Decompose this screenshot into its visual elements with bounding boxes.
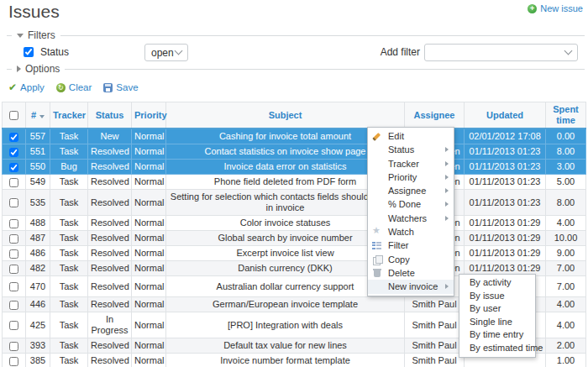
column-header-status[interactable]: Status — [88, 102, 132, 129]
table-row[interactable]: 488TaskResolvedNormalColor invoice statu… — [3, 216, 586, 231]
issue-tracker-cell: Task — [50, 175, 88, 190]
row-checkbox[interactable] — [9, 178, 18, 187]
issue-updated-cell: 01/11/2013 01:29 — [465, 246, 546, 261]
add-filter-select[interactable] — [424, 44, 578, 61]
context-menu-item--done[interactable]: % Done — [368, 197, 454, 211]
issue-status-cell: Resolved — [88, 276, 132, 297]
table-row[interactable]: 549TaskResolvedNormalPhone field deleted… — [3, 175, 586, 190]
clear-button[interactable]: ↻ Clear — [56, 82, 92, 92]
issue-spent-cell: 9.00 — [546, 246, 586, 261]
row-checkbox-cell — [3, 276, 26, 297]
issue-spent-cell: 3.00 — [546, 160, 586, 175]
row-checkbox-cell — [3, 246, 26, 261]
row-checkbox[interactable] — [9, 321, 18, 330]
row-checkbox[interactable] — [9, 148, 18, 157]
context-menu-item-tracker[interactable]: Tracker — [368, 157, 454, 170]
column-header-tracker[interactable]: Tracker — [50, 102, 88, 129]
table-row[interactable]: 487TaskResolvedNormalGlobal search by in… — [3, 231, 586, 246]
row-checkbox-cell — [3, 160, 26, 175]
apply-button[interactable]: ✔ Apply — [8, 82, 45, 92]
save-button[interactable]: Save — [103, 82, 138, 92]
issue-subject-cell[interactable]: German/European invoice template — [166, 297, 405, 312]
table-row[interactable]: 535TaskResolvedNormalSetting for selecti… — [3, 190, 586, 216]
table-row[interactable]: 557TaskNewNormalCashing for invoice tota… — [3, 128, 586, 144]
row-checkbox[interactable] — [9, 249, 18, 259]
issue-status-cell: Resolved — [88, 175, 132, 190]
issue-id-cell: 550 — [26, 160, 50, 175]
issue-subject-cell[interactable]: Default tax value for new lines — [166, 338, 405, 354]
table-row[interactable]: 551TaskResolvedNormalContact statistics … — [3, 144, 586, 160]
row-checkbox[interactable] — [9, 342, 18, 351]
submenu-item-by-user[interactable]: By user — [459, 302, 535, 316]
issue-subject-cell[interactable]: [PRO] Integration with deals — [166, 312, 405, 338]
issue-subject-cell[interactable]: Invoice number format template — [166, 354, 405, 367]
chevron-down-icon — [564, 47, 573, 55]
submenu-arrow-icon — [445, 202, 449, 207]
options-legend-label: Options — [25, 63, 60, 75]
context-menu-item-new-invoice[interactable]: New invoice — [368, 280, 454, 293]
column-header-subject[interactable]: Subject — [166, 102, 405, 129]
context-menu-item-filter[interactable]: Filter — [368, 239, 454, 252]
issue-priority-cell: Normal — [132, 297, 166, 312]
context-menu-item-watch[interactable]: Watch — [368, 225, 454, 239]
issue-assignee-cell: Smith Paul — [405, 312, 465, 338]
new-issue-link[interactable]: + New issue — [528, 3, 583, 13]
context-menu-item-label: Tracker — [388, 159, 419, 169]
status-filter-checkbox[interactable] — [24, 47, 34, 57]
options-legend-toggle[interactable]: Options — [12, 63, 65, 75]
context-menu-item-label: Delete — [388, 268, 415, 278]
column-header-id[interactable]: # — [26, 102, 50, 129]
status-operator-select[interactable]: open — [144, 44, 188, 61]
column-header-updated[interactable]: Updated — [465, 102, 546, 129]
issue-updated-cell: 01/11/2013 01:23 — [465, 175, 546, 190]
options-section: Options — [7, 69, 585, 70]
context-menu-item-edit[interactable]: Edit — [368, 129, 454, 143]
column-header-assignee[interactable]: Assignee — [405, 102, 465, 129]
submenu-item-by-issue[interactable]: By issue — [459, 290, 535, 303]
context-menu-item-watchers[interactable]: Watchers — [368, 212, 454, 225]
row-checkbox[interactable] — [9, 163, 18, 172]
row-checkbox-cell — [3, 216, 26, 231]
context-menu-item-label: Watchers — [388, 213, 427, 223]
row-checkbox[interactable] — [9, 282, 18, 291]
row-checkbox[interactable] — [9, 234, 18, 244]
filter-icon — [372, 240, 382, 250]
context-menu-item-delete[interactable]: Delete — [368, 266, 454, 280]
issue-id-cell: 385 — [26, 354, 50, 367]
column-header-spent[interactable]: Spent time — [546, 102, 586, 129]
context-menu-item-label: Edit — [388, 131, 404, 141]
context-menu-item-status[interactable]: Status — [368, 143, 454, 156]
table-row[interactable]: 550BugResolvedNormalInvoice data error o… — [3, 160, 586, 175]
submenu-item-by-activity[interactable]: By activity — [459, 276, 535, 290]
submenu-arrow-icon — [445, 284, 449, 289]
select-all-checkbox[interactable] — [9, 111, 18, 120]
row-checkbox-cell — [3, 261, 26, 276]
submenu-item-by-time-entry[interactable]: By time entry — [459, 328, 535, 342]
context-menu-item-priority[interactable]: Priority — [368, 170, 454, 184]
edit-icon — [372, 131, 382, 141]
issue-tracker-cell: Task — [50, 261, 88, 276]
context-menu-item-assignee[interactable]: Assignee — [368, 184, 454, 197]
column-header-label: Status — [96, 110, 124, 120]
row-checkbox[interactable] — [9, 198, 18, 207]
submenu-item-single-line[interactable]: Single line — [459, 316, 535, 329]
column-header-priority[interactable]: Priority — [132, 102, 166, 129]
table-row[interactable]: 486TaskResolvedNormalExcerpt invoice lis… — [3, 246, 586, 261]
issue-priority-cell: Normal — [132, 246, 166, 261]
submenu-item-by-estimated-time[interactable]: By estimated time — [459, 342, 535, 355]
context-menu-item-label: Filter — [388, 240, 408, 250]
row-checkbox-cell — [3, 231, 26, 246]
context-menu-item-label: Copy — [388, 254, 410, 265]
filter-toolbar: ✔ Apply ↻ Clear Save — [8, 82, 139, 92]
context-menu-item-copy[interactable]: Copy — [368, 253, 454, 266]
row-checkbox[interactable] — [9, 265, 18, 274]
row-checkbox[interactable] — [9, 219, 18, 228]
context-menu: EditStatusTrackerPriorityAssignee% DoneW… — [367, 127, 454, 296]
row-checkbox[interactable] — [9, 357, 18, 366]
row-checkbox[interactable] — [9, 301, 18, 310]
status-operator-value: open — [151, 47, 174, 59]
issue-tracker-cell: Task — [50, 246, 88, 261]
row-checkbox[interactable] — [9, 133, 18, 142]
column-header-label: Spent time — [553, 104, 579, 125]
column-header-label: Priority — [134, 110, 167, 120]
